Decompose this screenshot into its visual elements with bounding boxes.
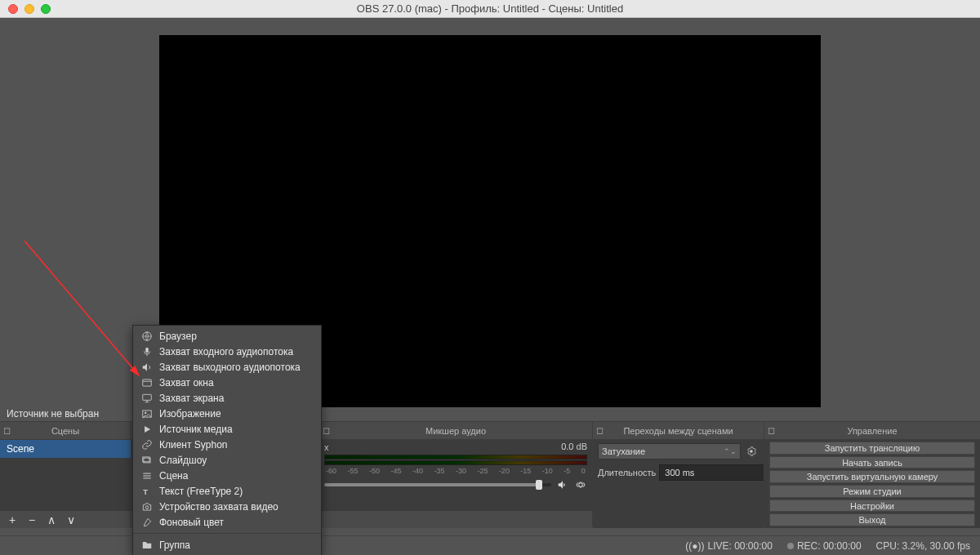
- context-menu-item[interactable]: Фоновый цвет: [133, 514, 321, 530]
- scenes-panel: ◻ Сцены Scene + − ∧ ∨: [0, 421, 131, 527]
- svg-point-0: [750, 450, 753, 453]
- remove-scene-button[interactable]: −: [24, 513, 39, 526]
- ctx-label: Фоновый цвет: [159, 517, 224, 528]
- mixer-channel-name: x: [324, 442, 329, 452]
- scenes-header: ◻ Сцены: [0, 422, 131, 440]
- mixer-channel: x 0.0 dB -60 -55 -50 -45 -40 -35 -30 -25…: [324, 442, 587, 491]
- rec-text: REC: 00:00:00: [797, 540, 862, 552]
- scenes-title: Сцены: [51, 426, 79, 436]
- volume-row: [324, 478, 587, 491]
- controls-header: ◻ Управление: [764, 422, 980, 440]
- brush-icon: [141, 517, 153, 528]
- context-menu-item[interactable]: Браузер: [133, 328, 321, 344]
- speaker-icon: [141, 362, 153, 373]
- zoom-window-button[interactable]: [41, 4, 51, 14]
- svg-point-16: [145, 505, 149, 508]
- mute-icon[interactable]: [556, 478, 569, 491]
- minimize-window-button[interactable]: [24, 4, 34, 14]
- start-virtual-cam-button[interactable]: Запустить виртуальную камеру: [769, 470, 975, 483]
- scene-up-button[interactable]: ∧: [44, 513, 59, 526]
- ctx-label: Браузер: [159, 331, 197, 342]
- tick: -5: [564, 467, 570, 475]
- studio-mode-button[interactable]: Режим студии: [769, 485, 975, 498]
- ctx-label: Источник медиа: [159, 424, 233, 435]
- svg-rect-3: [143, 379, 152, 385]
- text-icon: T: [141, 486, 153, 497]
- record-dot-icon: [787, 543, 794, 549]
- dock-icon[interactable]: ◻: [768, 425, 775, 436]
- ctx-label: Текст (FreeType 2): [159, 486, 243, 497]
- link-icon: [141, 439, 153, 451]
- settings-button[interactable]: Настройки: [769, 500, 975, 513]
- mixer-toolbar: [319, 510, 592, 528]
- controls-panel: ◻ Управление Запустить трансляцию Начать…: [764, 421, 980, 527]
- tick: -50: [369, 467, 380, 475]
- broadcast-icon: ((●)): [685, 540, 704, 552]
- cpu-text: CPU: 3.2%, 30.00 fps: [876, 540, 970, 552]
- tick: -45: [390, 467, 401, 475]
- meter-ticks: -60 -55 -50 -45 -40 -35 -30 -25 -20 -15 …: [324, 467, 587, 475]
- status-cpu: CPU: 3.2%, 30.00 fps: [876, 540, 970, 552]
- transitions-title: Переходы между сценами: [623, 426, 733, 436]
- context-menu-item[interactable]: Захват входного аудиопотока: [133, 344, 321, 359]
- context-menu-item[interactable]: Изображение: [133, 406, 321, 421]
- exit-button[interactable]: Выход: [769, 513, 975, 526]
- window-title: OBS 27.0.0 (mac) - Профиль: Untitled - С…: [0, 2, 980, 15]
- mixer-panel: ◻ Микшер аудио x 0.0 dB -60 -55 -50 -45 …: [318, 421, 592, 527]
- duration-label: Длительность: [598, 468, 656, 477]
- context-menu-item[interactable]: Источник медиа: [133, 421, 321, 437]
- scene-item[interactable]: Scene: [0, 440, 131, 458]
- scenes-list[interactable]: Scene: [0, 440, 131, 510]
- chevron-up-down-icon: ⌃⌄: [724, 447, 737, 455]
- scene-down-button[interactable]: ∨: [64, 513, 78, 526]
- source-status-text: Источник не выбран: [7, 408, 99, 420]
- gear-icon[interactable]: [574, 478, 587, 491]
- mic-icon: [141, 346, 153, 357]
- tick: -15: [520, 467, 531, 475]
- transition-type-select[interactable]: Затухание ⌃⌄: [598, 443, 741, 460]
- play-icon: [141, 424, 153, 435]
- close-window-button[interactable]: [8, 4, 18, 14]
- volume-slider[interactable]: [324, 483, 551, 486]
- context-menu-item-group[interactable]: Группа: [133, 537, 321, 553]
- audio-meter: [324, 455, 587, 460]
- context-menu-item[interactable]: Клиент Syphon: [133, 437, 321, 452]
- scenes-toolbar: + − ∧ ∨: [0, 510, 131, 528]
- context-menu-item[interactable]: Сцена: [133, 468, 321, 483]
- context-menu-item[interactable]: Захват окна: [133, 375, 321, 390]
- dock-icon[interactable]: ◻: [3, 425, 11, 436]
- transitions-header: ◻ Переходы между сценами: [593, 422, 764, 440]
- context-menu-item[interactable]: Устройство захвата видео: [133, 499, 321, 514]
- ctx-label: Слайдшоу: [159, 455, 207, 466]
- controls-title: Управление: [847, 426, 897, 436]
- transitions-body: Затухание ⌃⌄ Длительность: [593, 440, 764, 528]
- context-menu-item[interactable]: Захват экрана: [133, 390, 321, 406]
- context-menu-item[interactable]: TТекст (FreeType 2): [133, 483, 321, 499]
- context-menu-item[interactable]: Слайдшоу: [133, 452, 321, 468]
- dock-icon[interactable]: ◻: [596, 425, 604, 436]
- svg-point-9: [145, 411, 146, 413]
- add-scene-button[interactable]: +: [5, 513, 20, 526]
- image-icon: [141, 408, 153, 420]
- ctx-label: Группа: [159, 539, 190, 551]
- start-recording-button[interactable]: Начать запись: [769, 456, 975, 469]
- tick: -25: [477, 467, 488, 475]
- live-text: LIVE: 00:00:00: [707, 540, 772, 552]
- transition-settings-button[interactable]: [744, 444, 759, 459]
- status-live: ((●)) LIVE: 00:00:00: [685, 540, 773, 552]
- transitions-panel: ◻ Переходы между сценами Затухание ⌃⌄ Дл…: [592, 421, 764, 527]
- dock-icon[interactable]: ◻: [323, 425, 330, 436]
- ctx-label: Изображение: [159, 408, 221, 420]
- context-menu-separator: [133, 533, 321, 534]
- tick: -60: [326, 467, 336, 475]
- ctx-label: Захват экрана: [159, 393, 224, 404]
- tick: 0: [581, 467, 586, 475]
- context-menu-item[interactable]: Захват выходного аудиопотока: [133, 359, 321, 375]
- tick: -35: [434, 467, 444, 475]
- start-streaming-button[interactable]: Запустить трансляцию: [769, 442, 975, 455]
- mixer-body: x 0.0 dB -60 -55 -50 -45 -40 -35 -30 -25…: [319, 440, 592, 510]
- mixer-title: Микшер аудио: [425, 426, 486, 436]
- ctx-label: Клиент Syphon: [159, 439, 228, 451]
- tick: -40: [412, 467, 423, 475]
- add-source-context-menu[interactable]: БраузерЗахват входного аудиопотокаЗахват…: [132, 325, 322, 555]
